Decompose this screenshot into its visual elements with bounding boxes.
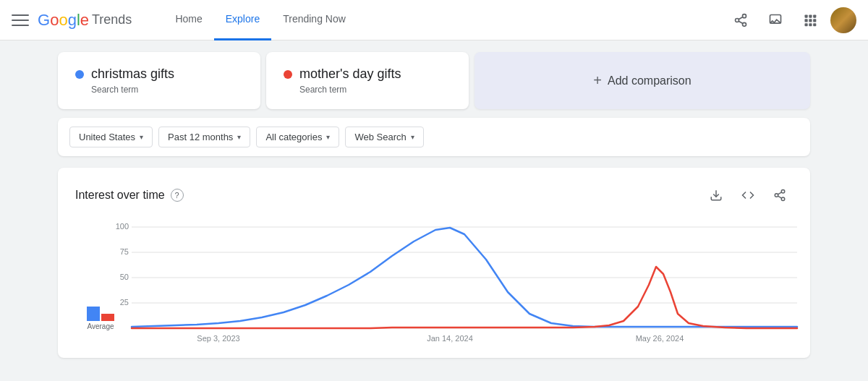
svg-point-17 xyxy=(775,194,778,197)
chart-title-area: Interest over time ? xyxy=(75,189,184,202)
nav-explore[interactable]: Explore xyxy=(214,0,271,40)
svg-point-1 xyxy=(736,18,739,22)
main-content: christmas gifts Search term mother's day… xyxy=(0,40,868,381)
google-wordmark: Google xyxy=(38,11,89,30)
share-chart-button[interactable] xyxy=(767,182,793,208)
feedback-button[interactable] xyxy=(761,6,790,35)
svg-point-0 xyxy=(743,14,746,17)
main-nav: Home Explore Trending Now xyxy=(163,0,357,40)
time-range-filter[interactable]: Past 12 months ▾ xyxy=(158,127,250,147)
search-type-label: Web Search xyxy=(354,132,406,142)
svg-rect-11 xyxy=(813,19,816,22)
chevron-down-icon: ▾ xyxy=(326,133,330,141)
svg-line-20 xyxy=(778,192,781,194)
help-icon[interactable]: ? xyxy=(171,189,184,202)
search-subtitle-1: Search term xyxy=(91,85,243,95)
chart-title: Interest over time xyxy=(75,189,165,202)
svg-text:50: 50 xyxy=(120,273,129,281)
svg-rect-8 xyxy=(813,14,816,17)
chevron-down-icon: ▾ xyxy=(237,133,241,141)
category-label: All categories xyxy=(265,132,322,142)
add-comparison-label: Add comparison xyxy=(608,74,692,87)
header-right xyxy=(726,6,856,35)
svg-text:75: 75 xyxy=(120,247,129,256)
chart-area: Average 100 75 50 25 Sep 3 xyxy=(75,220,793,346)
svg-line-3 xyxy=(739,21,743,23)
svg-rect-6 xyxy=(805,14,808,17)
svg-rect-14 xyxy=(813,23,816,26)
menu-icon[interactable] xyxy=(12,12,29,29)
chart-actions xyxy=(703,182,793,208)
logo: Google Trends xyxy=(38,11,132,30)
search-term-2: mother's day gifts xyxy=(299,67,401,82)
trends-wordmark: Trends xyxy=(92,12,132,27)
svg-text:Jan 14, 2024: Jan 14, 2024 xyxy=(427,334,473,343)
add-comparison-button[interactable]: + Add comparison xyxy=(475,52,810,109)
chart-section: Interest over time ? xyxy=(58,168,810,358)
svg-point-2 xyxy=(743,22,746,26)
svg-line-4 xyxy=(739,17,743,19)
filters-bar: United States ▾ Past 12 months ▾ All cat… xyxy=(58,118,810,156)
search-card-2: mother's day gifts Search term xyxy=(266,52,469,109)
header: Google Trends Home Explore Trending Now xyxy=(0,0,868,40)
apps-button[interactable] xyxy=(796,6,825,35)
svg-rect-10 xyxy=(809,19,812,22)
time-range-label: Past 12 months xyxy=(168,132,233,142)
location-filter[interactable]: United States ▾ xyxy=(69,127,153,147)
search-cards: christmas gifts Search term mother's day… xyxy=(58,52,810,109)
chart-header: Interest over time ? xyxy=(75,182,793,208)
svg-point-18 xyxy=(781,197,785,201)
location-label: United States xyxy=(79,132,135,142)
svg-text:100: 100 xyxy=(116,222,129,231)
nav-trending[interactable]: Trending Now xyxy=(271,0,357,40)
embed-button[interactable] xyxy=(735,182,761,208)
search-card-1: christmas gifts Search term xyxy=(58,52,260,109)
search-term-1: christmas gifts xyxy=(91,67,174,82)
svg-text:May 26, 2024: May 26, 2024 xyxy=(636,334,684,343)
svg-rect-13 xyxy=(809,23,812,26)
header-left: Google Trends Home Explore Trending Now xyxy=(12,0,357,40)
svg-line-19 xyxy=(778,196,781,198)
svg-text:Sep 3, 2023: Sep 3, 2023 xyxy=(197,334,239,343)
chevron-down-icon: ▾ xyxy=(411,133,414,141)
download-button[interactable] xyxy=(703,182,729,208)
search-card-title-2: mother's day gifts xyxy=(284,67,451,82)
svg-point-16 xyxy=(781,190,785,194)
search-dot-blue xyxy=(75,70,84,79)
svg-rect-9 xyxy=(805,19,808,22)
search-type-filter[interactable]: Web Search ▾ xyxy=(345,127,423,147)
category-filter[interactable]: All categories ▾ xyxy=(256,127,339,147)
search-card-title-1: christmas gifts xyxy=(75,67,243,82)
nav-home[interactable]: Home xyxy=(163,0,213,40)
search-dot-red xyxy=(284,70,292,79)
svg-rect-12 xyxy=(805,23,808,26)
legend-label: Average xyxy=(87,322,114,330)
interest-chart: 100 75 50 25 Sep 3, 2023 Jan 14, 2024 Ma… xyxy=(132,220,797,346)
svg-text:25: 25 xyxy=(120,298,129,307)
svg-rect-7 xyxy=(809,14,812,17)
plus-icon: + xyxy=(593,72,602,89)
search-subtitle-2: Search term xyxy=(299,85,451,95)
chevron-down-icon: ▾ xyxy=(140,133,143,141)
avatar[interactable] xyxy=(830,7,856,33)
share-button[interactable] xyxy=(726,6,755,35)
